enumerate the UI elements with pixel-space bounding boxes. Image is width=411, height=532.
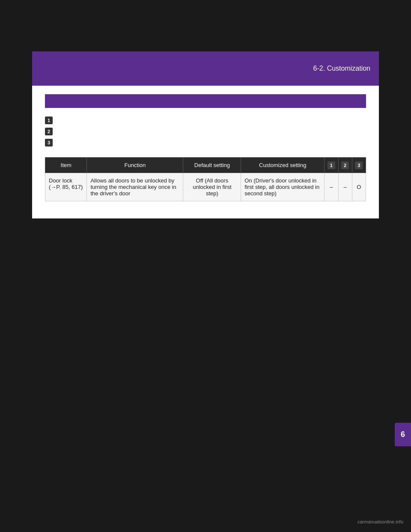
cell-item: Door lock (→P. 85, 617)	[45, 173, 87, 201]
col-header-customized: Customized setting	[241, 158, 325, 173]
cell-default: Off (All doors unlocked in first step)	[183, 173, 241, 201]
side-tab: 6	[395, 423, 411, 446]
table-row: Door lock (→P. 85, 617) Allows all doors…	[45, 173, 366, 201]
watermark: carmanualsonline.info	[357, 519, 403, 524]
customization-table: Item Function Default setting Customized…	[45, 157, 366, 201]
cell-badge-1: –	[325, 173, 338, 201]
table-container: Item Function Default setting Customized…	[45, 157, 366, 201]
header-title: 6-2. Customization	[313, 65, 370, 72]
col-header-badge-1: 1	[325, 158, 338, 173]
cell-customized: On (Driver's door unlocked in first step…	[241, 173, 325, 201]
section-header-bar	[45, 94, 366, 108]
cell-function: Allows all doors to be unlocked by turni…	[87, 173, 183, 201]
badge-2: 2	[45, 128, 53, 135]
numbered-item-2: 2	[45, 128, 366, 135]
header-bar: 6-2. Customization	[32, 51, 379, 86]
badge-header-2: 2	[341, 161, 349, 169]
col-header-badge-2: 2	[338, 158, 352, 173]
badge-header-1: 1	[328, 161, 335, 169]
cell-badge-3: O	[352, 173, 366, 201]
col-header-function: Function	[87, 158, 183, 173]
badge-header-3: 3	[355, 161, 363, 169]
col-header-badge-3: 3	[352, 158, 366, 173]
numbered-item-3: 3	[45, 139, 366, 146]
badge-1: 1	[45, 117, 53, 124]
numbered-item-1: 1	[45, 117, 366, 124]
cell-badge-2: –	[338, 173, 352, 201]
col-header-default: Default setting	[183, 158, 241, 173]
col-header-item: Item	[45, 158, 87, 173]
main-content: 1 2 3 Item Function Default setting Cust…	[32, 86, 379, 218]
badge-3: 3	[45, 139, 53, 146]
content-area: 6-2. Customization 1 2 3 Item Function D…	[32, 51, 379, 218]
